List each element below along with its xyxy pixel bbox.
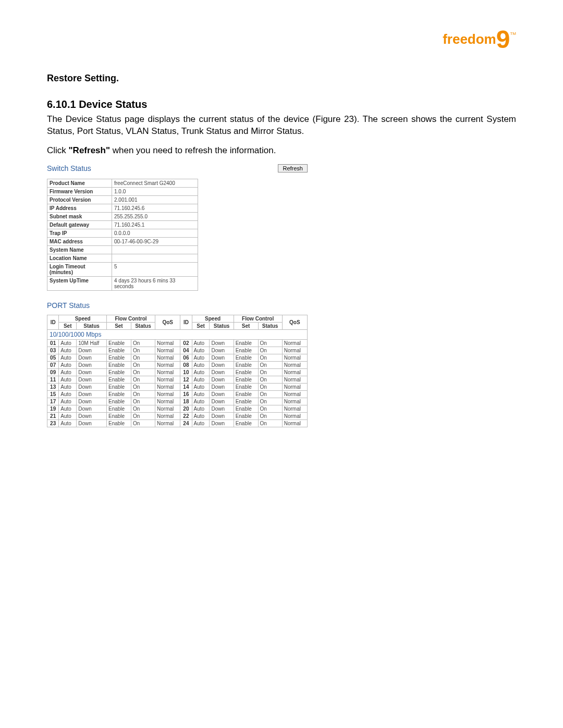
system-row: Protocol Version2.001.001 bbox=[47, 195, 198, 204]
port-cell: Normal bbox=[282, 398, 307, 405]
port-cell: On bbox=[258, 383, 282, 390]
system-key: MAC address bbox=[47, 237, 112, 245]
port-cell: Normal bbox=[155, 405, 180, 412]
port-cell: 06 bbox=[180, 354, 192, 361]
port-cell: Down bbox=[210, 368, 234, 376]
port-row: 09AutoDownEnableOnNormal10AutoDownEnable… bbox=[47, 368, 308, 376]
port-cell: On bbox=[258, 339, 282, 347]
port-cell: Enable bbox=[234, 405, 258, 412]
port-cell: Auto bbox=[59, 354, 77, 361]
refresh-button[interactable]: Refresh bbox=[278, 164, 308, 172]
port-cell: Auto bbox=[192, 405, 210, 412]
port-cell: Auto bbox=[192, 412, 210, 419]
system-key: IP Address bbox=[47, 204, 112, 212]
logo-tm: TM bbox=[510, 31, 516, 36]
system-value: 4 days 23 hours 6 mins 33 seconds bbox=[112, 276, 198, 290]
port-header: Speed bbox=[59, 315, 107, 322]
logo-nine-icon: 9 bbox=[496, 32, 510, 47]
port-cell: Auto bbox=[192, 419, 210, 427]
port-cell: Down bbox=[210, 412, 234, 419]
port-cell: On bbox=[131, 390, 155, 398]
port-header: Status bbox=[131, 322, 155, 329]
system-key: Subnet mask bbox=[47, 212, 112, 220]
port-cell: Enable bbox=[234, 376, 258, 383]
port-cell: Enable bbox=[106, 383, 131, 390]
port-cell: Normal bbox=[155, 354, 180, 361]
port-cell: Normal bbox=[282, 368, 307, 376]
port-cell: On bbox=[131, 368, 155, 376]
port-cell: Enable bbox=[234, 354, 258, 361]
port-cell: Auto bbox=[192, 339, 210, 347]
port-cell: Enable bbox=[234, 339, 258, 347]
port-cell: 05 bbox=[47, 354, 59, 361]
system-row: Default gateway71.160.245.1 bbox=[47, 220, 198, 229]
switch-status-title: Switch Status bbox=[47, 164, 91, 172]
port-cell: Normal bbox=[282, 376, 307, 383]
port-cell: Down bbox=[210, 390, 234, 398]
port-cell: Enable bbox=[106, 405, 131, 412]
port-cell: On bbox=[131, 419, 155, 427]
port-cell: Down bbox=[77, 419, 107, 427]
port-cell: Down bbox=[210, 398, 234, 405]
system-key: System UpTime bbox=[47, 276, 112, 290]
port-cell: Normal bbox=[155, 361, 180, 368]
port-cell: 15 bbox=[47, 390, 59, 398]
port-cell: Down bbox=[210, 339, 234, 347]
port-header: Speed bbox=[192, 315, 234, 322]
port-cell: On bbox=[131, 398, 155, 405]
system-row: MAC address00-17-46-00-9C-29 bbox=[47, 237, 198, 245]
port-cell: On bbox=[258, 412, 282, 419]
system-row: Product NamefreeConnect Smart G2400 bbox=[47, 179, 198, 187]
port-cell: Enable bbox=[106, 347, 131, 354]
system-key: Product Name bbox=[47, 179, 112, 187]
port-cell: Normal bbox=[282, 412, 307, 419]
system-key: Login Timeout (minutes) bbox=[47, 262, 112, 276]
port-header: Status bbox=[258, 322, 282, 329]
port-cell: Normal bbox=[155, 383, 180, 390]
port-cell: Auto bbox=[59, 405, 77, 412]
port-cell: Auto bbox=[59, 390, 77, 398]
system-key: System Name bbox=[47, 245, 112, 254]
system-row: Login Timeout (minutes)5 bbox=[47, 262, 198, 276]
port-cell: Enable bbox=[106, 339, 131, 347]
port-cell: Normal bbox=[155, 390, 180, 398]
port-header: Status bbox=[77, 322, 107, 329]
port-cell: Down bbox=[77, 368, 107, 376]
port-cell: On bbox=[131, 376, 155, 383]
port-cell: Normal bbox=[282, 354, 307, 361]
port-cell: 08 bbox=[180, 361, 192, 368]
port-cell: Down bbox=[210, 383, 234, 390]
port-row: 11AutoDownEnableOnNormal12AutoDownEnable… bbox=[47, 376, 308, 383]
port-cell: Down bbox=[210, 376, 234, 383]
system-row: Trap IP0.0.0.0 bbox=[47, 229, 198, 237]
port-cell: Enable bbox=[106, 376, 131, 383]
port-cell: Enable bbox=[106, 368, 131, 376]
port-cell: 01 bbox=[47, 339, 59, 347]
port-cell: 20 bbox=[180, 405, 192, 412]
port-cell: 11 bbox=[47, 376, 59, 383]
port-cell: Auto bbox=[192, 361, 210, 368]
port-row: 15AutoDownEnableOnNormal16AutoDownEnable… bbox=[47, 390, 308, 398]
port-cell: 17 bbox=[47, 398, 59, 405]
port-cell: Enable bbox=[106, 398, 131, 405]
port-cell: 10M Half bbox=[77, 339, 107, 347]
port-cell: Normal bbox=[282, 347, 307, 354]
port-row: 07AutoDownEnableOnNormal08AutoDownEnable… bbox=[47, 361, 308, 368]
system-value: 71.160.245.1 bbox=[112, 220, 198, 229]
port-cell: Auto bbox=[59, 412, 77, 419]
port-cell: Normal bbox=[282, 339, 307, 347]
port-header: Set bbox=[234, 322, 258, 329]
system-row: System UpTime4 days 23 hours 6 mins 33 s… bbox=[47, 276, 198, 290]
port-cell: 16 bbox=[180, 390, 192, 398]
system-value: 5 bbox=[112, 262, 198, 276]
port-cell: Down bbox=[210, 419, 234, 427]
port-cell: Enable bbox=[234, 383, 258, 390]
system-row: Subnet mask255.255.255.0 bbox=[47, 212, 198, 220]
port-cell: Auto bbox=[59, 339, 77, 347]
port-cell: Down bbox=[77, 390, 107, 398]
port-cell: 18 bbox=[180, 398, 192, 405]
system-key: Location Name bbox=[47, 254, 112, 262]
port-header: ID bbox=[180, 315, 192, 329]
device-status-screenshot: Switch Status Refresh Product NamefreeCo… bbox=[47, 164, 308, 427]
port-cell: Auto bbox=[59, 398, 77, 405]
